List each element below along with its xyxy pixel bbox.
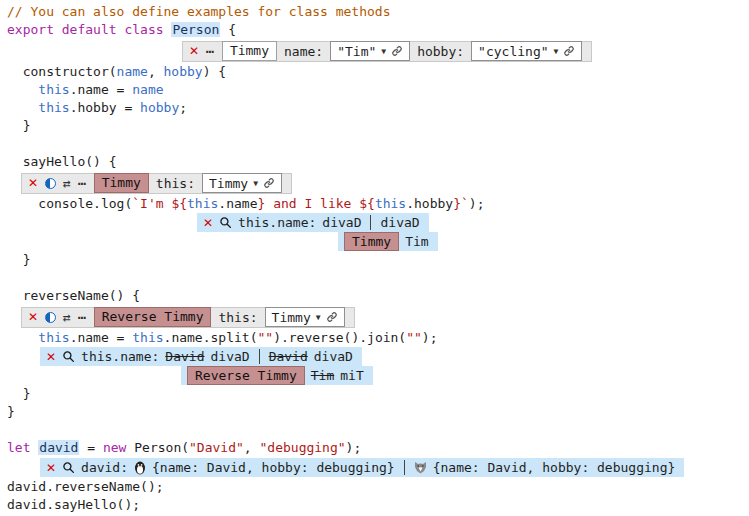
punct: ); xyxy=(422,330,438,345)
keyword: new xyxy=(103,440,126,455)
close-icon[interactable]: ✕ xyxy=(189,44,199,58)
param-name: name xyxy=(117,64,148,79)
dropdown-value: "cycling" xyxy=(478,44,548,59)
this-dropdown[interactable]: Timmy ▼ xyxy=(202,173,282,193)
identifier: hobby xyxy=(140,100,179,115)
string: "debugging" xyxy=(260,440,346,455)
link-icon[interactable] xyxy=(391,45,403,57)
probe-label: this.name: xyxy=(238,215,316,230)
more-options-icon[interactable]: ⋯ xyxy=(78,176,87,191)
line-call-sayhello[interactable]: david.sayHello(); xyxy=(7,496,749,514)
example-name-input[interactable]: Timmy xyxy=(94,173,149,193)
identifier: name xyxy=(132,82,163,97)
link-icon[interactable] xyxy=(563,45,575,57)
punct: ); xyxy=(469,196,485,211)
indent xyxy=(7,330,38,345)
punct: = xyxy=(79,440,102,455)
probe-old-value: David xyxy=(165,349,204,364)
probe-value: Tim xyxy=(405,234,428,249)
punct: } xyxy=(7,404,15,419)
close-icon[interactable]: ✕ xyxy=(28,310,38,324)
code-editor[interactable]: // You can also define examples for clas… xyxy=(0,0,749,516)
toggle-icon[interactable] xyxy=(45,312,56,323)
probe-old-value: Tim xyxy=(311,368,334,383)
sayhello-example-widget: ✕ ⇄ ⋯ Timmy this: Timmy ▼ xyxy=(21,173,292,194)
more-options-icon[interactable]: ⋯ xyxy=(206,44,215,59)
close-icon[interactable]: ✕ xyxy=(28,176,38,190)
probe-value: divaD xyxy=(322,215,361,230)
punct: Person( xyxy=(126,440,189,455)
line-call-reversename[interactable]: david.reverseName(); xyxy=(7,478,749,496)
line-console-log[interactable]: console.log(`I'm ${this.name} and I like… xyxy=(7,195,749,213)
dropdown-value: Timmy xyxy=(209,176,248,191)
blank-line[interactable] xyxy=(7,269,749,287)
probe-label: this.name: xyxy=(81,349,159,364)
line-constructor[interactable]: constructor(name, hobby) { xyxy=(7,63,749,81)
line-class-close[interactable]: } xyxy=(7,403,749,421)
indent xyxy=(7,100,38,115)
punct: constructor( xyxy=(7,64,117,79)
line-sayhello-declaration[interactable]: sayHello() { xyxy=(7,153,749,171)
reversename-example-widget: ✕ ⇄ ⋯ Reverse Timmy this: Timmy ▼ xyxy=(21,307,355,328)
param-hobby-dropdown[interactable]: "cycling" ▼ xyxy=(471,41,582,61)
close-icon[interactable]: ✕ xyxy=(203,216,213,230)
more-options-icon[interactable]: ⋯ xyxy=(78,310,87,325)
punct: .name = xyxy=(70,330,133,345)
line-constructor-close[interactable]: } xyxy=(7,117,749,135)
magnifier-icon[interactable] xyxy=(219,216,232,229)
sayhello-example-widget-row: ✕ ⇄ ⋯ Timmy this: Timmy ▼ xyxy=(21,171,749,195)
probe-value: {name: David, hobby: debugging} xyxy=(433,460,676,475)
toggle-icon[interactable] xyxy=(45,178,56,189)
line-class-declaration[interactable]: export default class Person { xyxy=(7,21,749,39)
this-dropdown[interactable]: Timmy ▼ xyxy=(265,307,345,327)
chevron-down-icon: ▼ xyxy=(554,47,559,56)
example-name-chip: Reverse Timmy xyxy=(187,366,305,385)
this-keyword: this xyxy=(375,196,406,211)
example-name-input[interactable]: Timmy xyxy=(222,41,277,61)
probe-reversename-row2: Reverse Timmy Tim miT xyxy=(181,366,749,385)
swap-arrows-icon[interactable]: ⇄ xyxy=(63,176,71,191)
blank-line[interactable] xyxy=(7,421,749,439)
close-icon[interactable]: ✕ xyxy=(46,461,56,475)
punct: } xyxy=(7,386,30,401)
line-reverse-assign[interactable]: this.name = this.name.split("").reverse(… xyxy=(7,329,749,347)
this-label: this: xyxy=(218,310,257,325)
link-icon[interactable] xyxy=(326,311,338,323)
string: "" xyxy=(257,330,273,345)
punct: { xyxy=(220,22,236,37)
blank-line[interactable] xyxy=(7,135,749,153)
param-name-label: name: xyxy=(284,44,323,59)
comment-text: // You can also define examples for clas… xyxy=(7,4,391,19)
line-reversename-close[interactable]: } xyxy=(7,385,749,403)
class-example-widget: ✕ ⋯ Timmy name: "Tim" ▼ hobby: "cycling"… xyxy=(182,41,592,62)
probe-value: divaD xyxy=(314,349,353,364)
line-reversename-declaration[interactable]: reverseName() { xyxy=(7,287,749,305)
probe-value: divaD xyxy=(380,215,419,230)
chevron-down-icon: ▼ xyxy=(253,179,258,188)
param-name-dropdown[interactable]: "Tim" ▼ xyxy=(330,41,410,61)
magnifier-icon[interactable] xyxy=(62,461,75,474)
keyword: export default class xyxy=(7,22,164,37)
line-comment[interactable]: // You can also define examples for clas… xyxy=(7,3,749,21)
punct: } xyxy=(7,118,30,133)
divider xyxy=(370,215,371,230)
dropdown-value: "Tim" xyxy=(337,44,376,59)
punct: .hobby = xyxy=(70,100,140,115)
line-sayhello-close[interactable]: } xyxy=(7,251,749,269)
probe-old-value: David xyxy=(269,349,308,364)
probe-sayhello-row2: Timmy Tim xyxy=(338,232,749,251)
probe-david-row: ✕ david: {name: David, hobby: debugging}… xyxy=(40,457,749,478)
example-name-input[interactable]: Reverse Timmy xyxy=(94,307,212,327)
probe-panel: ✕ this.name: David divaD David divaD xyxy=(40,347,362,366)
link-icon[interactable] xyxy=(263,177,275,189)
punct: reverseName() { xyxy=(7,288,140,303)
magnifier-icon[interactable] xyxy=(62,350,75,363)
string: "" xyxy=(406,330,422,345)
string: `I'm xyxy=(132,196,171,211)
line-assign-hobby[interactable]: this.hobby = hobby; xyxy=(7,99,749,117)
line-let-david[interactable]: let david = new Person("David", "debuggi… xyxy=(7,439,749,457)
swap-arrows-icon[interactable]: ⇄ xyxy=(63,310,71,325)
chevron-down-icon: ▼ xyxy=(381,47,386,56)
line-assign-name[interactable]: this.name = name xyxy=(7,81,749,99)
close-icon[interactable]: ✕ xyxy=(46,350,56,364)
